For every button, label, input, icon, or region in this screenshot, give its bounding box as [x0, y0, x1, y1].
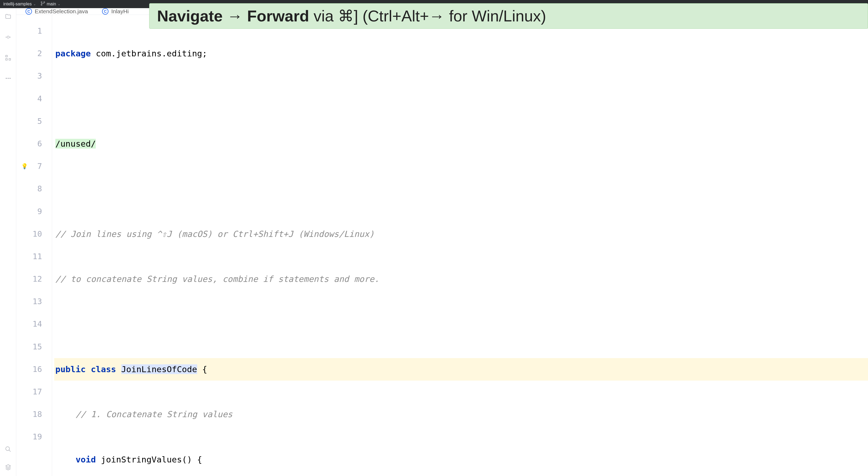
structure-tool-icon[interactable] [5, 54, 12, 61]
commit-tool-icon[interactable] [5, 34, 12, 41]
code-area[interactable]: package com.jetbrains.editing; /unused/ … [52, 15, 868, 476]
chevron-down-icon: ⌄ [33, 2, 36, 6]
tip-overlay: Navigate → Forward via ⌘] (Ctrl+Alt+→ fo… [149, 3, 868, 29]
editor-wrap: C ExtendSelection.java C InlayHi 123 456… [16, 8, 868, 476]
search-icon[interactable] [5, 446, 12, 453]
svg-rect-1 [6, 55, 7, 57]
svg-point-7 [6, 447, 9, 450]
java-class-icon: C [26, 8, 32, 14]
gutter-line-numbers: 123 456 789 101112 131415 161718 19 [16, 15, 52, 476]
project-tool-icon[interactable] [5, 13, 12, 20]
layers-icon[interactable] [5, 464, 12, 471]
tab-extend-selection[interactable]: C ExtendSelection.java [19, 8, 94, 14]
code-editor[interactable]: 123 456 789 101112 131415 161718 19 💡 pa… [16, 15, 868, 476]
project-selector[interactable]: intellij-samples ⌄ [3, 2, 36, 6]
java-class-icon: C [102, 8, 108, 14]
tip-action: Navigate → Forward [157, 7, 309, 25]
tip-shortcut: via ⌘] (Ctrl+Alt+→ for Win/Linux) [309, 7, 546, 25]
tab-inlay-hints[interactable]: C InlayHi [95, 8, 135, 14]
tool-window-bar [0, 8, 16, 476]
svg-point-4 [6, 78, 7, 79]
branch-name: main [46, 2, 56, 6]
svg-point-6 [9, 78, 10, 79]
branch-selector[interactable]: main ⌄ [41, 1, 60, 7]
tab-label: InlayHi [111, 8, 129, 14]
svg-point-0 [7, 36, 9, 38]
more-tool-icon[interactable] [5, 75, 12, 82]
svg-point-5 [8, 78, 9, 79]
intention-bulb-icon[interactable]: 💡 [21, 161, 28, 172]
project-name: intellij-samples [3, 2, 32, 6]
svg-rect-3 [9, 59, 10, 60]
svg-rect-2 [6, 59, 7, 60]
tab-label: ExtendSelection.java [35, 8, 88, 14]
chevron-down-icon: ⌄ [58, 2, 60, 6]
main-area: C ExtendSelection.java C InlayHi 123 456… [0, 8, 868, 476]
branch-icon [41, 1, 45, 7]
